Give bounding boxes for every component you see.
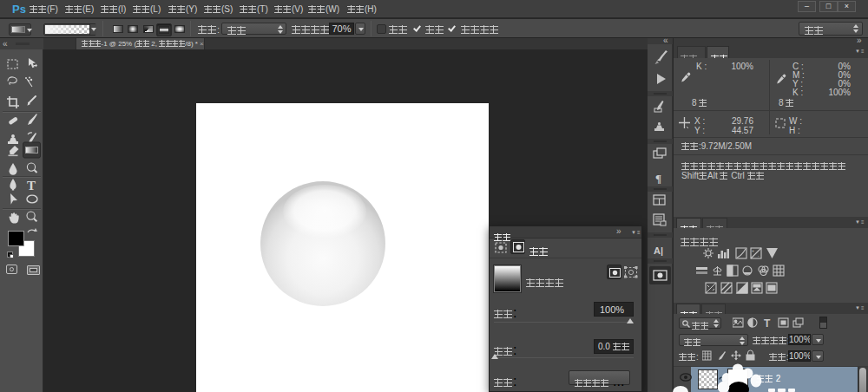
svg-text:+: + xyxy=(752,248,754,253)
svg-text:-: - xyxy=(758,253,760,258)
svg-text:T: T xyxy=(764,317,771,329)
svg-text:¶: ¶ xyxy=(655,172,661,185)
svg-text:A|: A| xyxy=(654,245,663,256)
svg-text:T: T xyxy=(27,179,36,193)
